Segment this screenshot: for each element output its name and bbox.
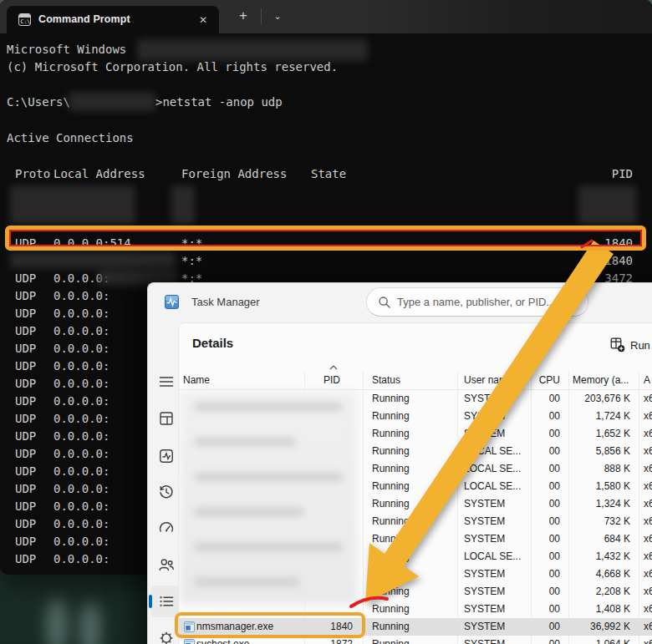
new-tab-button[interactable]: +	[234, 7, 252, 25]
hamburger-icon	[158, 373, 175, 390]
netstat-cell: 0.0.0.0:	[53, 393, 110, 410]
processes-icon	[158, 410, 175, 427]
cell-status: Running	[372, 533, 410, 545]
cell-user: SYSTEM	[464, 586, 505, 597]
netstat-cell: UDP	[15, 480, 36, 498]
terminal-tab-bar: C:\ Command Prompt ✕ + ⌄	[0, 0, 652, 33]
process-file-icon	[184, 639, 195, 644]
netstat-cell: 0.0.0.0:	[53, 445, 110, 463]
cell-memory: 1,064 K	[570, 638, 630, 644]
cell-cpu: 00	[531, 410, 560, 422]
redacted-username	[69, 92, 155, 111]
cell-user: SYSTEM	[464, 410, 505, 422]
cell-user: SYSTEM	[464, 621, 505, 632]
cell-memory: 203,676 K	[570, 393, 630, 404]
cell-cpu: 00	[531, 568, 560, 580]
performance-icon	[158, 448, 175, 464]
cell-memory: 888 K	[570, 463, 630, 474]
cell-status: Running	[372, 498, 410, 510]
netstat-cell: 0.0.0.0:	[53, 515, 110, 533]
netstat-cell: 0.0.0.0:	[53, 480, 110, 498]
cell-arch: x6	[644, 445, 652, 457]
cell-arch: x6	[644, 638, 652, 644]
cell-user: SYSTEM	[464, 638, 505, 644]
cell-memory: 684 K	[570, 533, 630, 545]
cell-status: Running	[372, 480, 410, 492]
proto-value: UDP	[15, 270, 36, 287]
netstat-cell: 0.0.0.0:	[53, 498, 110, 515]
netstat-cell: 0.0.0.0:	[53, 463, 110, 480]
redacted-connection-rows	[578, 185, 637, 224]
wallpaper-glow	[46, 597, 68, 644]
details-list-icon	[158, 593, 175, 610]
cell-user: SYSTEM	[464, 533, 505, 545]
netstat-cell: 0.0.0.0:	[53, 550, 110, 568]
cell-arch: x6	[644, 428, 652, 439]
netstat-cell: 0.0.0.0:	[53, 375, 110, 393]
cell-arch: x6	[644, 533, 652, 545]
cell-arch: x6	[644, 568, 652, 580]
cell-status: Running	[372, 445, 410, 457]
cell-pid: 1872	[303, 638, 353, 644]
cell-cpu: 00	[531, 621, 560, 632]
netstat-cell: UDP	[15, 340, 36, 357]
cell-cpu: 00	[531, 586, 560, 597]
netstat-cell: UDP	[15, 533, 36, 550]
cell-memory: 36,992 K	[570, 621, 630, 632]
col-local: Local Address	[53, 165, 145, 183]
cell-cpu: 00	[531, 638, 560, 644]
cell-user: SYSTEM	[464, 393, 505, 404]
netstat-cell: UDP	[15, 445, 36, 463]
netstat-cell: UDP	[15, 393, 36, 410]
pid-value: 1840	[577, 252, 633, 270]
cell-status: Running	[372, 463, 410, 474]
netstat-cell: 0.0.0.0:	[53, 287, 110, 305]
netstat-cell: 0.0.0.0:	[53, 322, 110, 340]
prompt-path: C:\Users\	[7, 94, 70, 111]
selected-indicator	[149, 595, 152, 608]
cell-cpu: 00	[531, 550, 560, 562]
task-manager-title: Task Manager	[191, 296, 260, 308]
cell-status: Running	[372, 568, 410, 580]
cell-user: LOCAL SE...	[464, 445, 521, 457]
cell-memory: 1,408 K	[570, 603, 630, 615]
col-state: State	[311, 165, 346, 183]
cell-cpu: 00	[531, 533, 560, 545]
search-box[interactable]	[366, 287, 588, 317]
tab-close-icon[interactable]: ✕	[196, 13, 211, 28]
cell-user: LOCAL SE...	[464, 463, 521, 474]
col-foreign: Foreign Address	[181, 165, 287, 183]
netstat-highlight-box	[5, 226, 646, 251]
netstat-command: >netstat -anop udp	[155, 94, 283, 111]
cell-status: Running	[372, 621, 410, 632]
netstat-cell: UDP	[15, 375, 36, 393]
cell-cpu: 00	[531, 393, 560, 404]
users-icon	[158, 556, 175, 573]
cell-cpu: 00	[531, 445, 560, 457]
cell-arch: x6	[644, 586, 652, 597]
search-input[interactable]	[397, 288, 581, 316]
netstat-cell: 0.0.0.0:	[53, 340, 110, 357]
tab-command-prompt[interactable]: C:\ Command Prompt ✕	[7, 6, 219, 33]
cell-arch: x6	[644, 498, 652, 510]
redacted-process-names	[180, 391, 357, 604]
cell-status: Running	[372, 638, 410, 644]
cell-arch: x6	[644, 463, 652, 474]
cell-status: Running	[372, 410, 410, 422]
cell-status: Running	[372, 428, 410, 439]
cell-memory: 1,324 K	[570, 498, 630, 510]
tab-title: Command Prompt	[38, 13, 130, 25]
netstat-cell: UDP	[15, 322, 36, 340]
command-prompt-icon: C:\	[18, 13, 31, 26]
cell-status: Running	[372, 586, 410, 597]
cell-memory: 1,432 K	[570, 550, 630, 562]
tab-dropdown-chevron-icon[interactable]: ⌄	[269, 7, 286, 25]
cell-arch: x6	[644, 393, 652, 404]
cell-arch: x6	[644, 515, 652, 527]
cell-memory: 5,856 K	[570, 445, 630, 457]
terminal-banner-line2: (c) Microsoft Corporation. All rights re…	[7, 58, 338, 76]
cell-cpu: 00	[531, 498, 560, 510]
cell-name: svchost.exe	[196, 638, 249, 644]
cell-arch: x6	[644, 621, 652, 632]
gear-icon	[158, 630, 175, 644]
